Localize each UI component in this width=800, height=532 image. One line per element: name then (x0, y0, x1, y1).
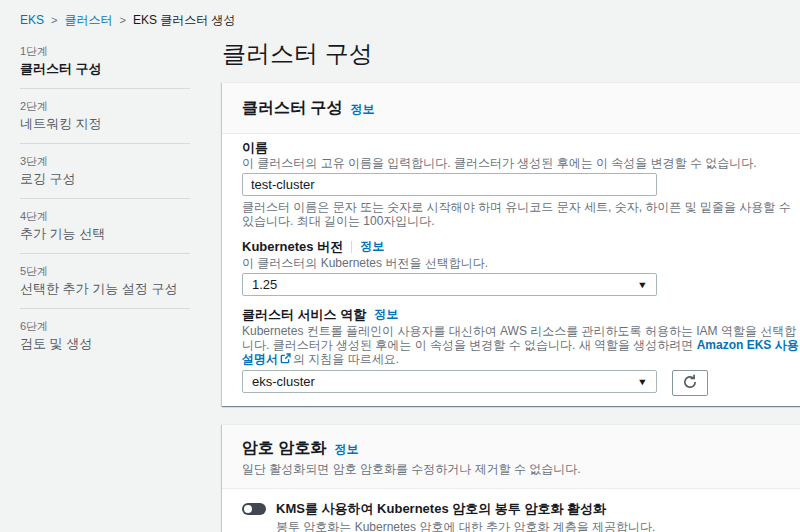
secrets-encryption-card-body: KMS를 사용하여 Kubernetes 암호의 봉투 암호화 활성화 봉투 암… (222, 489, 800, 532)
cluster-name-constraint: 클러스터 이름은 문자 또는 숫자로 시작해야 하며 유니코드 문자 세트, 숫… (242, 200, 800, 228)
label-divider (351, 241, 352, 253)
cluster-service-role-label: 클러스터 서비스 역할 (242, 307, 366, 322)
step-title: 로깅 구성 (20, 170, 190, 188)
breadcrumb-current-page: EKS 클러스터 생성 (133, 13, 236, 27)
kubernetes-version-select[interactable]: 1.25 ▼ (242, 273, 657, 296)
step-title: 선택한 추가 기능 설정 구성 (20, 280, 190, 298)
kms-toggle-row: KMS를 사용하여 Kubernetes 암호의 봉투 암호화 활성화 봉투 암… (242, 501, 800, 532)
breadcrumb: EKS>클러스터>EKS 클러스터 생성 (0, 0, 800, 34)
kubernetes-version-field: Kubernetes 버전 정보 이 클러스터의 Kubernetes 버전을 … (242, 238, 800, 296)
cluster-service-role-info-link[interactable]: 정보 (374, 306, 398, 323)
step-number: 3단계 (20, 154, 190, 168)
step-number: 5단계 (20, 264, 190, 278)
cluster-config-card: 클러스터 구성정보 이름 이 클러스터의 고유 이름을 입력합니다. 클러스터가… (222, 82, 800, 406)
step-number: 2단계 (20, 99, 190, 113)
page-title: 클러스터 구성 (222, 40, 800, 68)
breadcrumb-link-eks[interactable]: EKS (20, 13, 44, 27)
refresh-icon (682, 374, 698, 393)
kms-encryption-toggle[interactable] (242, 503, 266, 515)
toggle-knob (244, 505, 252, 513)
kubernetes-version-label: Kubernetes 버전 (242, 239, 343, 254)
step-item-6[interactable]: 6단계 검토 및 생성 (20, 319, 190, 353)
cluster-service-role-field: 클러스터 서비스 역할 정보 Kubernetes 컨트롤 플레인이 사용자를 … (242, 306, 800, 396)
cluster-config-info-link[interactable]: 정보 (350, 102, 374, 116)
breadcrumb-link-clusters[interactable]: 클러스터 (64, 13, 112, 27)
secrets-encryption-card-title: 암호 암호화 (242, 439, 326, 456)
secrets-encryption-description: 일단 활성화되면 암호 암호화를 수정하거나 제거할 수 없습니다. (242, 462, 800, 476)
step-item-5[interactable]: 5단계 선택한 추가 기능 설정 구성 (20, 264, 190, 298)
step-number: 6단계 (20, 319, 190, 333)
step-item-1[interactable]: 1단계 클러스터 구성 (20, 44, 190, 78)
kms-toggle-label: KMS를 사용하여 Kubernetes 암호의 봉투 암호화 활성화 (276, 501, 655, 517)
step-divider (20, 143, 190, 144)
secrets-encryption-info-link[interactable]: 정보 (334, 442, 358, 456)
main-content: 클러스터 구성 클러스터 구성정보 이름 이 클러스터의 고유 이름을 입력합니… (222, 34, 800, 532)
step-title: 클러스터 구성 (20, 60, 190, 78)
kubernetes-version-description: 이 클러스터의 Kubernetes 버전을 선택합니다. (242, 256, 800, 270)
cluster-service-role-description: Kubernetes 컨트롤 플레인이 사용자를 대신하여 AWS 리소스를 관… (242, 324, 800, 367)
cluster-name-input[interactable] (242, 173, 657, 196)
step-divider (20, 308, 190, 309)
page-layout: 1단계 클러스터 구성 2단계 네트워킹 지정 3단계 로깅 구성 4단계 추가… (0, 34, 800, 532)
step-title: 추가 기능 선택 (20, 225, 190, 243)
breadcrumb-chevron-icon: > (51, 14, 57, 26)
external-link-icon (280, 353, 291, 367)
kubernetes-version-value: 1.25 (252, 277, 277, 292)
steps-sidebar: 1단계 클러스터 구성 2단계 네트워킹 지정 3단계 로깅 구성 4단계 추가… (20, 34, 190, 532)
step-number: 4단계 (20, 209, 190, 223)
cluster-service-role-select[interactable]: eks-cluster ▼ (242, 370, 657, 393)
secrets-encryption-card: 암호 암호화정보 일단 활성화되면 암호 암호화를 수정하거나 제거할 수 없습… (222, 424, 800, 532)
kms-toggle-description: 봉투 암호화는 Kubernetes 암호에 대한 추가 암호화 계층을 제공합… (276, 520, 655, 532)
step-item-2[interactable]: 2단계 네트워킹 지정 (20, 99, 190, 133)
kubernetes-version-info-link[interactable]: 정보 (360, 238, 384, 255)
cluster-name-label: 이름 (242, 140, 268, 155)
step-divider (20, 253, 190, 254)
step-title: 네트워킹 지정 (20, 115, 190, 133)
cluster-config-card-body: 이름 이 클러스터의 고유 이름을 입력합니다. 클러스터가 생성된 후에는 이… (222, 134, 800, 406)
refresh-roles-button[interactable] (672, 370, 708, 396)
chevron-down-icon: ▼ (637, 377, 648, 387)
role-description-text: 의 지침을 따르세요. (293, 352, 399, 366)
cluster-service-role-value: eks-cluster (252, 374, 315, 389)
cluster-name-description: 이 클러스터의 고유 이름을 입력합니다. 클러스터가 생성된 후에는 이 속성… (242, 156, 800, 170)
secrets-encryption-card-header: 암호 암호화정보 일단 활성화되면 암호 암호화를 수정하거나 제거할 수 없습… (222, 425, 800, 489)
step-divider (20, 198, 190, 199)
step-number: 1단계 (20, 44, 190, 58)
breadcrumb-chevron-icon: > (119, 14, 125, 26)
chevron-down-icon: ▼ (637, 280, 648, 290)
step-title: 검토 및 생성 (20, 335, 190, 353)
cluster-config-card-header: 클러스터 구성정보 (222, 83, 800, 134)
step-divider (20, 88, 190, 89)
step-item-3[interactable]: 3단계 로깅 구성 (20, 154, 190, 188)
cluster-name-field: 이름 이 클러스터의 고유 이름을 입력합니다. 클러스터가 생성된 후에는 이… (242, 140, 800, 228)
cluster-config-card-title: 클러스터 구성 (242, 99, 342, 116)
step-item-4[interactable]: 4단계 추가 기능 선택 (20, 209, 190, 243)
